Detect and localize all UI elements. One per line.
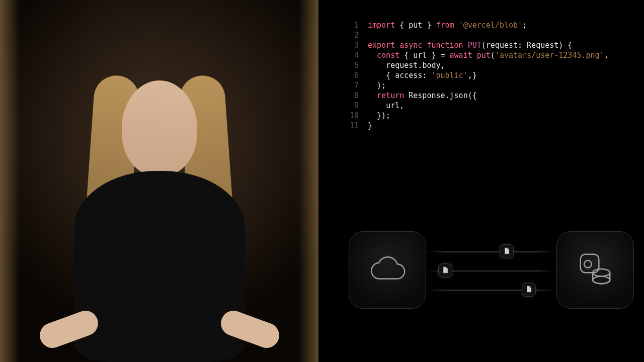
svg-point-10 xyxy=(584,260,592,268)
diagram-track-1 xyxy=(426,251,556,252)
line-number: 5 xyxy=(344,60,359,70)
line-number: 8 xyxy=(344,90,359,101)
code-content: url, xyxy=(368,101,404,111)
file-packet xyxy=(438,263,452,278)
presenter-video-pane xyxy=(0,0,318,362)
upload-diagram xyxy=(349,231,634,312)
svg-rect-5 xyxy=(444,272,446,272)
line-number: 11 xyxy=(344,121,359,131)
svg-rect-4 xyxy=(444,270,447,271)
code-content: import { put } from '@vercel/blob'; xyxy=(368,20,527,30)
code-content: return Response.json({ xyxy=(368,90,477,101)
stage: 1import { put } from '@vercel/blob';23ex… xyxy=(0,0,644,362)
svg-rect-8 xyxy=(528,291,529,291)
blob-storage-icon xyxy=(576,249,615,291)
code-and-diagram-pane: 1import { put } from '@vercel/blob';23ex… xyxy=(318,0,644,362)
code-line: 4 const { url } = await put('avatars/use… xyxy=(344,50,624,60)
code-line: 10 }); xyxy=(344,111,624,121)
svg-rect-6 xyxy=(528,289,530,290)
svg-rect-2 xyxy=(506,252,507,253)
presenter-video-frame xyxy=(0,0,318,362)
cloud-node xyxy=(349,231,426,309)
code-line: 6 { access: 'public',} xyxy=(344,70,624,80)
code-content: export async function PUT(request: Reque… xyxy=(368,40,572,50)
cloud-icon xyxy=(368,249,407,291)
line-number: 9 xyxy=(344,101,359,111)
file-icon xyxy=(503,247,510,256)
file-packet xyxy=(500,244,514,258)
code-line: 2 xyxy=(344,30,624,40)
line-number: 10 xyxy=(344,111,359,121)
storage-node xyxy=(556,231,634,309)
code-line: 9 url, xyxy=(344,101,624,111)
line-number: 4 xyxy=(344,50,359,60)
file-icon xyxy=(525,285,532,295)
presenter-silhouette xyxy=(54,40,265,362)
svg-rect-0 xyxy=(506,251,508,251)
file-packet xyxy=(522,283,536,297)
code-line: 11} xyxy=(344,121,624,131)
code-content: { access: 'public',} xyxy=(368,70,477,80)
code-line: 1import { put } from '@vercel/blob'; xyxy=(344,20,624,30)
svg-rect-1 xyxy=(506,251,508,252)
line-number: 6 xyxy=(344,70,359,80)
code-content: request.body, xyxy=(368,60,445,70)
svg-rect-3 xyxy=(444,270,447,270)
line-number: 2 xyxy=(344,30,359,40)
code-line: 5 request.body, xyxy=(344,60,624,70)
line-number: 7 xyxy=(344,80,359,90)
code-content: ); xyxy=(368,80,386,90)
code-content: }); xyxy=(368,111,390,121)
svg-point-12 xyxy=(593,277,610,284)
file-icon xyxy=(442,266,449,276)
code-content: const { url } = await put('avatars/user-… xyxy=(368,50,609,60)
svg-rect-7 xyxy=(528,290,530,290)
code-line: 8 return Response.json({ xyxy=(344,90,624,101)
line-number: 1 xyxy=(344,20,359,30)
line-number: 3 xyxy=(344,40,359,50)
code-line: 3export async function PUT(request: Requ… xyxy=(344,40,624,50)
code-content: } xyxy=(368,121,372,131)
code-line: 7 ); xyxy=(344,80,624,90)
diagram-track-3 xyxy=(426,290,556,291)
code-block: 1import { put } from '@vercel/blob';23ex… xyxy=(344,20,624,131)
